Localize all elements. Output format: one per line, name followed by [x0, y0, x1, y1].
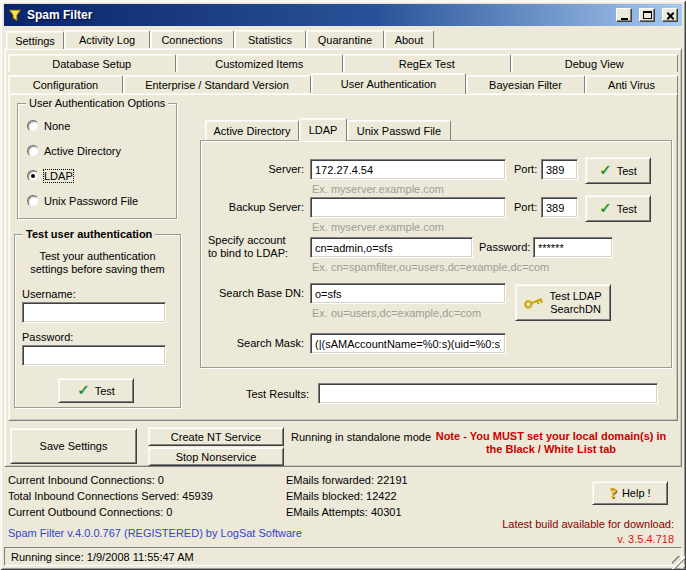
- help-icon: ?: [609, 486, 617, 501]
- close-button[interactable]: [662, 8, 678, 22]
- tab-about[interactable]: About: [384, 30, 434, 48]
- tab-label: Database Setup: [52, 58, 131, 70]
- button-label: Test: [617, 165, 637, 177]
- button-label: Save Settings: [40, 440, 108, 452]
- test-auth-description: Test your authentication settings before…: [22, 250, 173, 276]
- tab-label: Quarantine: [318, 34, 372, 46]
- tab-unix-passwd-file[interactable]: Unix Passwd File: [347, 120, 451, 140]
- current-inbound-connections: Current Inbound Connections: 0: [8, 474, 164, 486]
- tab-label: LDAP: [309, 124, 338, 136]
- tab-label: Anti Virus: [608, 79, 655, 91]
- check-icon: ✓: [599, 201, 612, 216]
- search-mask-input[interactable]: [310, 333, 506, 354]
- port-label: Port:: [514, 163, 537, 175]
- radio-none[interactable]: None: [27, 119, 70, 133]
- test-server-button[interactable]: ✓ Test: [585, 157, 651, 184]
- username-label: Username:: [22, 288, 76, 300]
- tab-anti-virus[interactable]: Anti Virus: [585, 75, 678, 93]
- radio-label: None: [44, 120, 70, 132]
- test-ldap-searchdn-button[interactable]: Test LDAP SearchDN: [515, 284, 611, 321]
- settings-subtab-row1: Database Setup Customized Items RegEx Te…: [8, 54, 678, 73]
- tab-ldap[interactable]: LDAP: [299, 118, 347, 141]
- total-inbound-connections: Total Inbound Connections Served: 45939: [8, 490, 213, 502]
- button-label: Stop Nonservice: [176, 451, 257, 463]
- title-bar[interactable]: Spam Filter: [4, 4, 682, 26]
- port-label: Port:: [514, 201, 537, 213]
- close-icon: [666, 11, 675, 20]
- radio-icon: [27, 170, 39, 182]
- tab-connections[interactable]: Connections: [150, 30, 234, 48]
- tab-regex-test[interactable]: RegEx Test: [343, 54, 511, 72]
- tab-customized-items[interactable]: Customized Items: [176, 54, 344, 72]
- bind-password-input[interactable]: [533, 237, 613, 258]
- radio-label: LDAP: [44, 170, 73, 182]
- tab-bayesian-filter[interactable]: Bayesian Filter: [466, 75, 585, 93]
- tab-label: Statistics: [248, 34, 292, 46]
- tab-active-directory[interactable]: Active Directory: [205, 120, 299, 140]
- tab-label: Configuration: [33, 79, 98, 91]
- radio-icon: [27, 120, 39, 132]
- bind-account-input[interactable]: [310, 237, 473, 258]
- ldap-server-input[interactable]: [310, 159, 506, 180]
- search-base-dn-hint: Ex. ou=users,dc=example,dc=com: [312, 307, 481, 319]
- tab-settings[interactable]: Settings: [6, 31, 64, 49]
- help-button[interactable]: ? Help !: [592, 481, 668, 505]
- minimize-icon: [621, 18, 628, 20]
- auth-options-title: User Authentication Options: [26, 96, 168, 110]
- latest-build-label: Latest build available for download:: [420, 518, 674, 530]
- tab-enterprise-standard[interactable]: Enterprise / Standard Version: [123, 75, 311, 93]
- spam-filter-window: Spam Filter User Authentication Options …: [0, 0, 686, 570]
- search-base-dn-input[interactable]: [310, 283, 506, 304]
- backup-server-hint: Ex. myserver.example.com: [312, 221, 444, 233]
- backup-port-input[interactable]: [541, 197, 578, 218]
- check-icon: ✓: [599, 163, 612, 178]
- settings-subtab-row2: Configuration Enterprise / Standard Vers…: [8, 73, 678, 94]
- tab-user-authentication[interactable]: User Authentication: [311, 73, 466, 94]
- radio-active-directory[interactable]: Active Directory: [27, 144, 121, 158]
- maximize-button[interactable]: [639, 8, 655, 22]
- tab-activity-log[interactable]: Activity Log: [64, 30, 150, 48]
- stop-nonservice-button[interactable]: Stop Nonservice: [148, 447, 284, 466]
- tab-statistics[interactable]: Statistics: [234, 30, 306, 48]
- radio-icon: [27, 145, 39, 157]
- check-icon: ✓: [77, 383, 90, 398]
- emails-blocked: EMails blocked: 12422: [286, 490, 397, 502]
- black-white-list-note: Note - You MUST set your local domain(s)…: [427, 430, 675, 456]
- tab-label: Connections: [161, 34, 222, 46]
- tab-quarantine[interactable]: Quarantine: [306, 30, 384, 48]
- bind-account-label-line2: to bind to LDAP:: [208, 247, 288, 259]
- minimize-button[interactable]: [616, 8, 632, 22]
- username-input[interactable]: [22, 302, 166, 323]
- save-settings-button[interactable]: Save Settings: [10, 428, 137, 464]
- app-version-text: Spam Filter v.4.0.0.767 (REGISTERED) by …: [8, 527, 302, 539]
- button-label: Test: [95, 385, 115, 397]
- search-mask-label: Search Mask:: [204, 337, 304, 349]
- bind-account-label: Specify account to bind to LDAP:: [208, 234, 306, 260]
- create-nt-service-button[interactable]: Create NT Service: [148, 427, 284, 446]
- button-label: Test LDAP SearchDN: [548, 290, 604, 316]
- server-hint: Ex. myserver.example.com: [312, 183, 444, 195]
- tab-label: Settings: [15, 35, 55, 47]
- test-results-input[interactable]: [318, 383, 658, 404]
- main-tab-bar: Settings Activity Log Connections Statis…: [6, 27, 434, 49]
- tab-label: Active Directory: [213, 125, 290, 137]
- password-input[interactable]: [22, 345, 166, 366]
- resize-grip[interactable]: [672, 556, 685, 569]
- tab-debug-view[interactable]: Debug View: [511, 54, 679, 72]
- test-backup-server-button[interactable]: ✓ Test: [585, 195, 651, 222]
- radio-ldap[interactable]: LDAP: [27, 169, 73, 183]
- backup-server-input[interactable]: [310, 197, 506, 218]
- running-since-text: Running since: 1/9/2008 11:55:47 AM: [11, 551, 194, 563]
- search-base-dn-label: Search Base DN:: [204, 287, 304, 299]
- radio-unix-password-file[interactable]: Unix Password File: [27, 194, 138, 208]
- auth-method-tab-bar: Active Directory LDAP Unix Passwd File: [205, 117, 451, 141]
- tab-database-setup[interactable]: Database Setup: [8, 54, 176, 72]
- radio-icon: [27, 195, 39, 207]
- window-title: Spam Filter: [27, 8, 609, 22]
- tab-label: Enterprise / Standard Version: [145, 79, 289, 91]
- test-auth-button[interactable]: ✓ Test: [58, 378, 134, 403]
- tab-label: Customized Items: [215, 58, 303, 70]
- tab-label: Activity Log: [79, 34, 135, 46]
- tab-configuration[interactable]: Configuration: [8, 75, 123, 93]
- ldap-port-input[interactable]: [541, 159, 578, 180]
